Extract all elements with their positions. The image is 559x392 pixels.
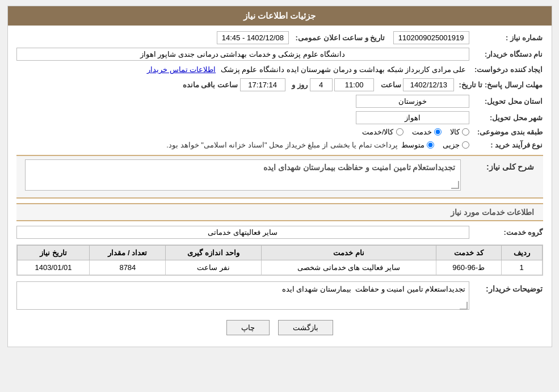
print-button[interactable]: چاپ xyxy=(226,320,270,335)
row-city: شهر محل تحویل: اهواز xyxy=(16,111,543,124)
col-quantity: تعداد / مقدار xyxy=(90,246,166,260)
row-need-number: شماره نیاز : 1102009025001919 تاریخ و سا… xyxy=(16,31,543,44)
page-title: جزئیات اطلاعات نیاز xyxy=(243,11,316,20)
category-radio-both[interactable] xyxy=(396,128,404,136)
send-date-date: 1402/12/13 xyxy=(403,78,454,91)
buyer-desc-textarea[interactable] xyxy=(16,281,469,310)
category-option-khedmat: خدمت xyxy=(412,128,442,136)
col-unit: واحد اندازه گیری xyxy=(166,246,262,260)
page-header: جزئیات اطلاعات نیاز xyxy=(8,6,552,26)
category-option-kala: کالا xyxy=(450,128,469,136)
services-section-title: اطلاعات خدمات مورد نیاز xyxy=(16,203,543,221)
row-creator: ایجاد کننده درخواست: علی مرادی کاربرداز … xyxy=(16,64,543,75)
services-table-section: ردیف کد خدمت نام خدمت واحد اندازه گیری ت… xyxy=(16,245,543,276)
send-date-remaining-label: ساعت باقی مانده xyxy=(178,81,238,89)
row-description: شرح کلی نیاز: تجدیداستعلام تامین امنیت و… xyxy=(25,159,535,191)
province-value: خوزستان xyxy=(356,95,469,108)
cell-service-name: سایر فعالیت های خدماتی شخصی xyxy=(261,260,436,275)
service-group-value: سایر فعالیتهای خدماتی xyxy=(16,226,469,239)
row-purchase-type: نوع فرآیند خرید : جزیی متوسط پرداخت تمام… xyxy=(16,140,543,150)
description-label: شرح کلی نیاز: xyxy=(461,159,535,174)
buyer-name-value: دانشگاه علوم پزشکی و خدمات بهداشتی درمان… xyxy=(16,48,469,61)
announce-date-value: 1402/12/08 - 14:45 xyxy=(217,31,289,44)
cell-unit: نفر ساعت xyxy=(166,260,262,275)
purchase-jozi-label: جزیی xyxy=(443,141,460,149)
purchase-radio-jozi[interactable] xyxy=(462,141,469,149)
row-category: طبقه بندی موضوعی: کالا خدمت کالا/خدمت xyxy=(16,128,543,136)
content-area: شماره نیاز : 1102009025001919 تاریخ و سا… xyxy=(8,26,552,347)
cell-quantity: 8784 xyxy=(90,260,166,275)
row-service-group: گروه خدمت: سایر فعالیتهای خدماتی xyxy=(16,226,543,239)
send-date-time-label: ساعت xyxy=(376,81,401,89)
row-buyer-name: نام دستگاه خریدار: دانشگاه علوم پزشکی و … xyxy=(16,48,543,61)
buttons-row: بازگشت چاپ xyxy=(16,320,543,335)
category-kala-label: کالا xyxy=(450,128,460,136)
purchase-motovaset-label: متوسط xyxy=(401,141,424,149)
purchase-type-radio-group: جزیی متوسط xyxy=(401,141,469,149)
city-label: شهر محل تحویل: xyxy=(469,113,543,122)
row-province: استان محل تحویل: خوزستان xyxy=(16,95,543,108)
table-row: 1 ط-96-960 سایر فعالیت های خدماتی شخصی ن… xyxy=(17,260,542,275)
send-date-remaining: 17:17:14 xyxy=(240,78,285,91)
table-header-row: ردیف کد خدمت نام خدمت واحد اندازه گیری ت… xyxy=(17,246,542,260)
send-date-days: 4 xyxy=(310,78,333,91)
cell-date: 1403/01/01 xyxy=(17,260,90,275)
announce-date-label: تاریخ و ساعت اعلان عمومی: xyxy=(291,33,385,42)
city-value: اهواز xyxy=(356,111,469,124)
need-number-value: 1102009025001919 xyxy=(393,31,469,44)
buyer-name-label: نام دستگاه خریدار: xyxy=(469,50,543,58)
category-option-both: کالا/خدمت xyxy=(362,128,404,136)
description-wrapper: تجدیداستعلام تامین امنیت و حفاظت بیمارست… xyxy=(25,159,461,191)
services-title: اطلاعات خدمات مورد نیاز xyxy=(451,208,535,217)
description-section: شرح کلی نیاز: تجدیداستعلام تامین امنیت و… xyxy=(16,155,543,199)
category-khedmat-label: خدمت xyxy=(412,128,432,136)
row-send-date: مهلت ارسال پاسخ: تا تاریخ: 1402/12/13 سا… xyxy=(16,78,543,91)
cell-service-code: ط-96-960 xyxy=(436,260,501,275)
category-label: طبقه بندی موضوعی: xyxy=(469,128,543,136)
creator-label: ایجاد کننده درخواست: xyxy=(469,65,543,74)
purchase-type-motovaset: متوسط xyxy=(401,141,434,149)
col-service-code: کد خدمت xyxy=(436,246,501,260)
services-table: ردیف کد خدمت نام خدمت واحد اندازه گیری ت… xyxy=(17,245,543,275)
buyer-desc-label: توضیحات خریدار: xyxy=(469,281,543,296)
purchase-note: پرداخت تمام یا بخشی از مبلغ خریداز محل "… xyxy=(16,140,401,150)
send-date-day-label: روز و xyxy=(287,81,308,89)
cell-row-num: 1 xyxy=(501,260,542,275)
description-value: تجدیداستعلام تامین امنیت و حفاظت بیمارست… xyxy=(25,159,461,191)
purchase-radio-motovaset[interactable] xyxy=(427,141,434,149)
need-number-label: شماره نیاز : xyxy=(469,33,543,42)
buyer-desc-wrapper xyxy=(16,281,469,311)
col-row-num: ردیف xyxy=(501,246,542,260)
category-radio-kala[interactable] xyxy=(462,128,469,136)
category-radio-khedmat[interactable] xyxy=(434,128,442,136)
creator-link[interactable]: اطلاعات تماس خریدار xyxy=(147,65,216,74)
col-service-name: نام خدمت xyxy=(261,246,436,260)
send-date-label: مهلت ارسال پاسخ: تا تاریخ: xyxy=(454,81,543,89)
service-group-label: گروه خدمت: xyxy=(469,228,543,237)
purchase-type-jozi: جزیی xyxy=(443,141,469,149)
category-both-label: کالا/خدمت xyxy=(362,128,394,136)
main-container: جزئیات اطلاعات نیاز شماره نیاز : 1102009… xyxy=(7,6,552,347)
back-button[interactable]: بازگشت xyxy=(278,320,333,335)
purchase-type-label: نوع فرآیند خرید : xyxy=(469,141,543,149)
province-label: استان محل تحویل: xyxy=(469,97,543,106)
col-date: تاریخ نیاز xyxy=(17,246,90,260)
send-date-time: 11:00 xyxy=(334,78,374,91)
category-radio-group: کالا خدمت کالا/خدمت xyxy=(362,128,469,136)
row-buyer-desc: توضیحات خریدار: xyxy=(16,281,543,311)
creator-value: علی مرادی کاربرداز شبکه بهداشت و درمان ش… xyxy=(218,64,469,75)
